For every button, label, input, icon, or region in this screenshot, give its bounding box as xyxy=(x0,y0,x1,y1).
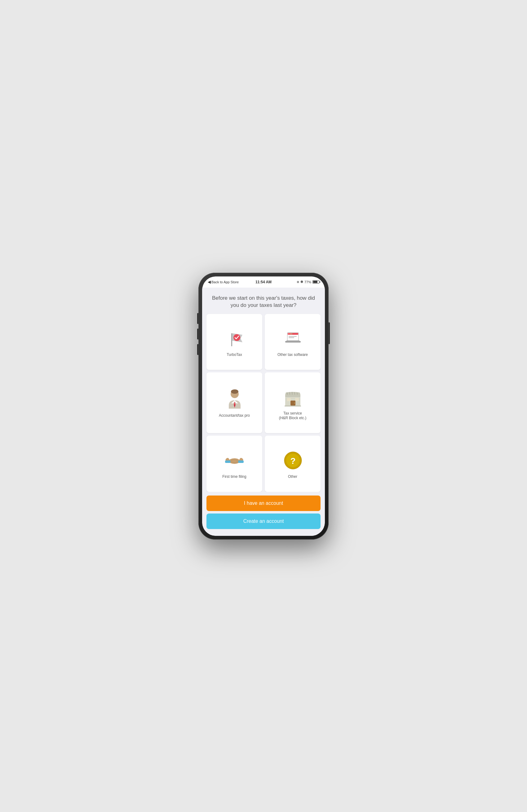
header-section: Before we start on this year's taxes, ho… xyxy=(202,288,325,314)
option-tax-service[interactable]: Tax service (H&R Block etc.) xyxy=(265,372,320,433)
svg-point-18 xyxy=(294,403,295,404)
first-time-label: First time filing xyxy=(222,475,246,479)
svg-rect-9 xyxy=(289,336,297,337)
tax-service-icon xyxy=(282,386,303,408)
back-arrow-icon: ◀ xyxy=(208,279,211,284)
turbotax-label: TurboTax xyxy=(227,352,242,358)
status-bar: ◀ Back to App Store 11:54 AM ⊕ ✽ 77% xyxy=(202,276,325,288)
option-turbotax[interactable]: TurboTax xyxy=(207,314,262,370)
other-label: Other xyxy=(288,475,297,479)
svg-rect-21 xyxy=(225,461,231,463)
have-account-button[interactable]: I have an account xyxy=(207,495,320,511)
bottom-buttons: I have an account Create an account xyxy=(202,492,325,533)
accountant-icon xyxy=(224,389,245,410)
turbotax-icon xyxy=(224,328,245,349)
status-time: 11:54 AM xyxy=(255,280,272,284)
option-other-software[interactable]: Other tax software xyxy=(265,314,320,370)
phone-inner: ◀ Back to App Store 11:54 AM ⊕ ✽ 77% Be xyxy=(202,276,325,536)
home-area xyxy=(202,533,325,536)
option-other[interactable]: ? Other xyxy=(265,436,320,492)
svg-rect-16 xyxy=(295,398,299,401)
svg-point-13 xyxy=(231,389,238,394)
status-right: ⊕ ✽ 77% xyxy=(297,280,319,284)
svg-point-6 xyxy=(288,334,289,334)
svg-rect-22 xyxy=(238,461,244,463)
svg-rect-10 xyxy=(289,337,294,338)
svg-text:?: ? xyxy=(290,456,296,466)
svg-rect-5 xyxy=(288,333,298,335)
status-back[interactable]: ◀ Back to App Store xyxy=(208,279,239,284)
tax-service-label: Tax service (H&R Block etc.) xyxy=(279,411,306,421)
option-first-time[interactable]: First time filing xyxy=(207,436,262,492)
battery-fill xyxy=(313,281,317,283)
header-title: Before we start on this year's taxes, ho… xyxy=(208,294,319,309)
screen: ◀ Back to App Store 11:54 AM ⊕ ✽ 77% Be xyxy=(202,276,325,536)
scroll-content: Before we start on this year's taxes, ho… xyxy=(202,288,325,536)
other-icon: ? xyxy=(282,450,303,471)
svg-point-7 xyxy=(289,334,290,334)
create-account-button[interactable]: Create an account xyxy=(207,513,320,529)
accountant-label: Accountant/tax pro xyxy=(219,413,250,418)
other-software-label: Other tax software xyxy=(277,352,308,358)
battery-pct: 77% xyxy=(304,280,311,284)
svg-rect-11 xyxy=(286,340,299,341)
other-software-icon xyxy=(282,328,303,349)
back-label: Back to App Store xyxy=(211,280,239,284)
svg-point-8 xyxy=(291,334,292,334)
location-icon: ⊕ xyxy=(297,280,299,284)
svg-rect-19 xyxy=(285,406,301,406)
options-grid: TurboTax xyxy=(202,314,325,492)
svg-rect-0 xyxy=(231,333,232,346)
option-accountant[interactable]: Accountant/tax pro xyxy=(207,372,262,433)
first-time-icon xyxy=(224,450,245,471)
battery-icon xyxy=(313,280,319,284)
bluetooth-icon: ✽ xyxy=(300,280,303,284)
phone-device: ◀ Back to App Store 11:54 AM ⊕ ✽ 77% Be xyxy=(198,273,329,540)
svg-rect-15 xyxy=(287,398,291,401)
